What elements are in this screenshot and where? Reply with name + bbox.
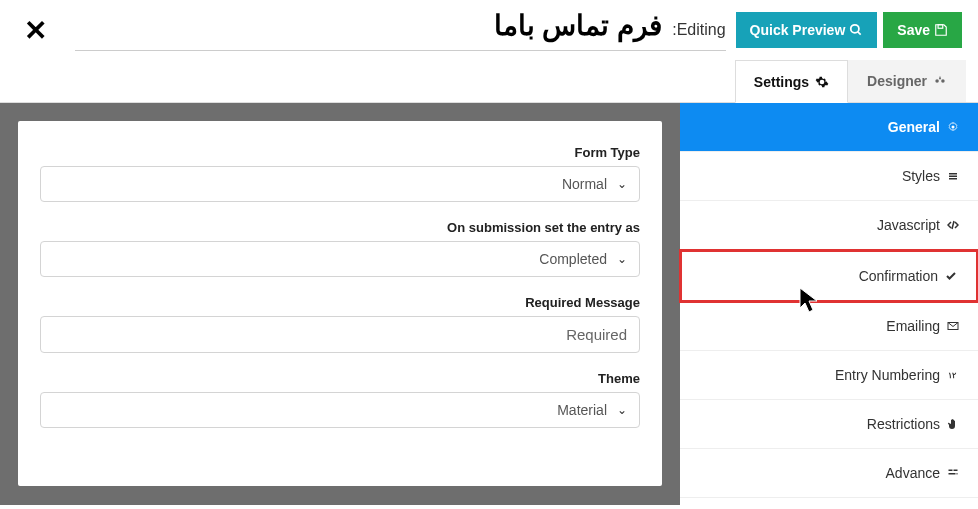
form-title[interactable]: فرم تماس باما: [494, 9, 663, 42]
svg-rect-14: [957, 473, 958, 475]
submission-status-value: Completed: [539, 251, 607, 267]
check-icon: [944, 269, 958, 283]
svg-rect-12: [954, 470, 958, 472]
search-icon: [849, 23, 863, 37]
header: ✕ فرم تماس باما :Editing Quick Preview S…: [0, 0, 978, 60]
save-button[interactable]: Save: [883, 12, 962, 48]
sidebar-item-confirmation[interactable]: Confirmation: [679, 249, 978, 303]
sidebar-item-restrictions[interactable]: Restrictions: [680, 400, 978, 449]
svg-rect-13: [949, 473, 956, 475]
sidebar-item-label: Entry Numbering: [835, 367, 940, 383]
main: Form Type Normal ⌄ On submission set the…: [0, 103, 978, 505]
canvas-area: Form Type Normal ⌄ On submission set the…: [0, 103, 680, 505]
close-icon[interactable]: ✕: [16, 10, 55, 51]
layers-icon: [946, 169, 960, 183]
sidebar-item-advance[interactable]: Advance: [680, 449, 978, 498]
svg-line-1: [858, 32, 861, 35]
form-type-group: Form Type Normal ⌄: [40, 145, 640, 202]
gear-icon: [815, 75, 829, 89]
sliders-icon: [946, 466, 960, 480]
svg-text:۱۲: ۱۲: [948, 371, 957, 380]
tab-settings-label: Settings: [754, 74, 809, 90]
form-type-label: Form Type: [40, 145, 640, 160]
theme-select[interactable]: Material ⌄: [40, 392, 640, 428]
sidebar-item-general[interactable]: General: [680, 103, 978, 152]
tab-bar: Settings Designer: [0, 60, 978, 103]
sidebar-item-label: Styles: [902, 168, 940, 184]
required-message-group: Required Message: [40, 295, 640, 353]
quick-preview-label: Quick Preview: [750, 22, 846, 38]
hand-icon: [946, 417, 960, 431]
chevron-down-icon: ⌄: [617, 177, 627, 191]
title-wrap: فرم تماس باما :Editing: [75, 9, 726, 51]
required-message-field[interactable]: [40, 316, 640, 353]
svg-rect-7: [949, 176, 957, 178]
svg-rect-8: [949, 178, 957, 180]
sidebar-item-styles[interactable]: Styles: [680, 152, 978, 201]
sidebar-item-label: Javascript: [877, 217, 940, 233]
svg-point-5: [952, 126, 955, 129]
svg-rect-11: [949, 470, 953, 472]
code-icon: [946, 218, 960, 232]
form-type-value: Normal: [562, 176, 607, 192]
theme-group: Theme Material ⌄: [40, 371, 640, 428]
designer-icon: [933, 74, 947, 88]
theme-label: Theme: [40, 371, 640, 386]
sidebar-item-emailing[interactable]: Emailing: [680, 302, 978, 351]
save-icon: [934, 23, 948, 37]
sidebar-item-label: Restrictions: [867, 416, 940, 432]
save-label: Save: [897, 22, 930, 38]
sidebar-item-label: Advance: [886, 465, 940, 481]
chevron-down-icon: ⌄: [617, 403, 627, 417]
gear-icon: [946, 120, 960, 134]
submission-status-select[interactable]: Completed ⌄: [40, 241, 640, 277]
form-type-select[interactable]: Normal ⌄: [40, 166, 640, 202]
required-message-input[interactable]: [53, 326, 627, 343]
sidebar-item-entry-numbering[interactable]: Entry Numbering ۱۲: [680, 351, 978, 400]
svg-rect-2: [938, 25, 943, 29]
svg-point-4: [941, 79, 945, 83]
svg-point-0: [851, 25, 859, 33]
quick-preview-button[interactable]: Quick Preview: [736, 12, 878, 48]
sidebar-item-label: Confirmation: [859, 268, 938, 284]
chevron-down-icon: ⌄: [617, 252, 627, 266]
number-icon: ۱۲: [946, 368, 960, 382]
tab-settings[interactable]: Settings: [735, 60, 848, 103]
sidebar-item-javascript[interactable]: Javascript: [680, 201, 978, 250]
svg-point-3: [935, 79, 939, 83]
settings-panel: Form Type Normal ⌄ On submission set the…: [18, 121, 662, 486]
tab-designer-label: Designer: [867, 73, 927, 89]
sidebar-item-label: Emailing: [886, 318, 940, 334]
envelope-icon: [946, 319, 960, 333]
svg-rect-6: [949, 173, 957, 175]
tab-designer[interactable]: Designer: [848, 60, 966, 102]
required-message-label: Required Message: [40, 295, 640, 310]
sidebar-item-label: General: [888, 119, 940, 135]
editing-label: :Editing: [672, 21, 725, 39]
submission-status-label: On submission set the entry as: [40, 220, 640, 235]
settings-sidebar: General Styles Javascript Confirmation E…: [680, 103, 978, 505]
theme-value: Material: [557, 402, 607, 418]
submission-status-group: On submission set the entry as Completed…: [40, 220, 640, 277]
